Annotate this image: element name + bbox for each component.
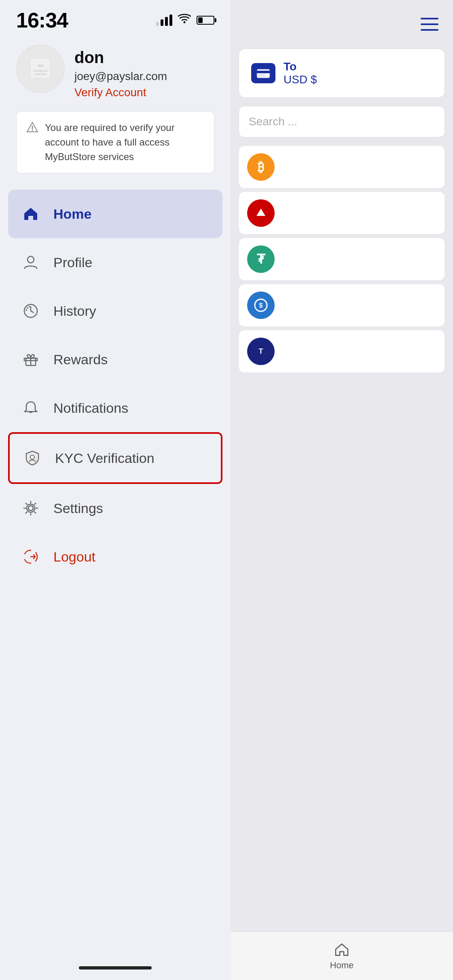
- svg-rect-15: [257, 71, 270, 73]
- rewards-icon: [20, 349, 41, 370]
- svg-point-11: [28, 506, 33, 511]
- profile-icon: [20, 252, 41, 273]
- crypto-item-tron[interactable]: [239, 192, 445, 234]
- svg-text:not be found: not be found: [35, 73, 46, 75]
- warning-icon: [26, 121, 38, 136]
- nav-item-settings[interactable]: Settings: [8, 484, 222, 532]
- svg-text:T: T: [259, 347, 263, 355]
- svg-rect-1: [30, 58, 51, 78]
- usdt-icon: ₮: [247, 245, 275, 273]
- crypto-item-btc[interactable]: ₿: [239, 146, 445, 188]
- nav-item-logout[interactable]: Logout: [8, 532, 222, 581]
- drawer-menu: 16:34: [0, 0, 231, 980]
- nav-label-settings: Settings: [53, 501, 103, 516]
- nav-label-rewards: Rewards: [53, 352, 108, 368]
- avatar: 404 This page could not be found: [16, 44, 65, 93]
- wallet-icon: [251, 63, 275, 83]
- right-panel: To USD $ Search ... ₿ ₮: [231, 0, 453, 980]
- wallet-text: To USD $: [284, 60, 317, 86]
- user-profile-section: 404 This page could not be found don joe…: [0, 32, 231, 107]
- svg-text:This page could: This page could: [33, 70, 48, 72]
- avatar-placeholder: 404 This page could not be found: [24, 52, 57, 86]
- nav-label-notifications: Notifications: [53, 400, 128, 416]
- nav-item-kyc[interactable]: KYC Verification: [8, 432, 222, 484]
- warning-text: You are required to verify your account …: [45, 120, 204, 164]
- nav-item-history[interactable]: History: [8, 287, 222, 335]
- settings-icon: [20, 498, 41, 519]
- user-email: joey@payslar.com: [74, 70, 167, 83]
- search-placeholder: Search ...: [249, 115, 297, 128]
- wifi-icon: [178, 13, 191, 27]
- history-icon: [20, 300, 41, 321]
- nav-item-profile[interactable]: Profile: [8, 238, 222, 287]
- nav-label-profile: Profile: [53, 255, 92, 270]
- wallet-label: To: [284, 60, 317, 73]
- search-box[interactable]: Search ...: [239, 106, 445, 137]
- user-info: don joey@payslar.com Verify Account: [74, 44, 167, 99]
- home-indicator: [0, 956, 231, 980]
- warning-box: You are required to verify your account …: [16, 111, 214, 173]
- svg-point-10: [30, 455, 34, 459]
- status-time: 16:34: [16, 8, 68, 32]
- signal-icon: [156, 15, 172, 26]
- svg-point-0: [184, 21, 186, 23]
- nav-item-home[interactable]: Home: [8, 190, 222, 238]
- bottom-nav: Home: [231, 931, 453, 980]
- btc-icon: ₿: [247, 153, 275, 181]
- hamburger-line-3: [421, 29, 438, 31]
- svg-point-6: [32, 130, 33, 131]
- nav-item-notifications[interactable]: Notifications: [8, 384, 222, 432]
- usdc-icon: $: [247, 291, 275, 319]
- hamburger-button[interactable]: [417, 12, 445, 36]
- crypto-item-usdc[interactable]: $: [239, 284, 445, 327]
- tron-icon: [247, 199, 275, 227]
- nav-item-rewards[interactable]: Rewards: [8, 335, 222, 384]
- nav-label-history: History: [53, 303, 96, 319]
- svg-text:$: $: [259, 302, 263, 309]
- tusd-icon: T: [247, 338, 275, 365]
- logout-icon: [20, 546, 41, 567]
- svg-text:404: 404: [38, 64, 43, 68]
- status-icons: [156, 13, 214, 27]
- svg-rect-16: [265, 74, 268, 76]
- home-icon: [20, 203, 41, 224]
- nav-menu: Home Profile History: [0, 186, 231, 956]
- hamburger-line-2: [421, 23, 438, 25]
- hamburger-line-1: [421, 18, 438, 19]
- bottom-nav-home[interactable]: Home: [330, 942, 354, 971]
- nav-label-kyc: KYC Verification: [55, 450, 155, 466]
- home-bar: [79, 966, 152, 969]
- crypto-item-usdt[interactable]: ₮: [239, 238, 445, 281]
- wallet-card[interactable]: To USD $: [239, 49, 445, 98]
- verify-account-link[interactable]: Verify Account: [74, 86, 167, 99]
- user-name: don: [74, 49, 167, 67]
- svg-marker-17: [256, 209, 265, 216]
- battery-icon: [197, 16, 214, 25]
- crypto-list: ₿ ₮ $: [231, 142, 453, 931]
- svg-point-7: [28, 256, 34, 263]
- svg-rect-14: [257, 69, 270, 78]
- bottom-nav-home-label: Home: [330, 960, 354, 971]
- wallet-currency: USD $: [284, 73, 317, 86]
- right-header: [231, 0, 453, 44]
- kyc-icon: [22, 448, 43, 469]
- crypto-item-tusd[interactable]: T: [239, 330, 445, 373]
- nav-label-logout: Logout: [53, 549, 95, 565]
- notifications-icon: [20, 397, 41, 418]
- status-bar: 16:34: [0, 0, 231, 32]
- nav-label-home: Home: [53, 206, 91, 222]
